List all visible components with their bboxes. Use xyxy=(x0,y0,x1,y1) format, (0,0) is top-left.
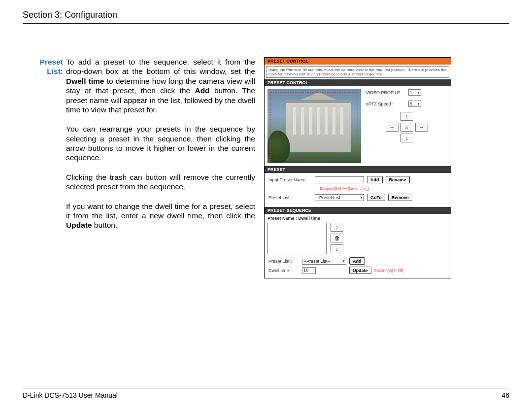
eptz-speed-label: ePTZ Speed : xyxy=(366,102,408,106)
p4b: button. xyxy=(92,221,118,229)
ptz-left-button[interactable]: ← xyxy=(386,123,399,132)
video-profile-label: VIDEO PROFILE : xyxy=(366,90,408,95)
hint-box: Using the Pan and Tilt controls, move th… xyxy=(266,66,449,78)
sequence-move-down-button[interactable]: ↓ xyxy=(331,244,343,253)
p1bold1: Dwell time xyxy=(66,77,104,85)
preset-list-select-label: Preset List : xyxy=(267,195,315,200)
add-preset-button[interactable]: Add xyxy=(367,176,383,183)
update-button[interactable]: Update xyxy=(349,267,371,274)
chevron-down-icon: ▾ xyxy=(418,102,420,106)
sequence-listbox[interactable] xyxy=(267,223,327,254)
paragraph-3: Clicking the trash can button will remov… xyxy=(66,172,255,192)
preset-list-label: Preset List: xyxy=(23,57,66,278)
preset-bar: PRESET xyxy=(265,166,451,173)
description-column: Preset List: To add a preset to the sequ… xyxy=(23,57,255,278)
rename-preset-button[interactable]: Rename xyxy=(386,176,410,183)
paragraph-2: You can rearrange your presets in the se… xyxy=(66,124,255,163)
ptz-up-button[interactable]: ↑ xyxy=(400,112,413,121)
chevron-down-icon: ▾ xyxy=(343,259,345,263)
chevron-down-icon: ▾ xyxy=(361,196,363,200)
orange-title-bar: PRESET CONTROL xyxy=(265,58,451,65)
sequence-add-button[interactable]: Add xyxy=(349,257,365,265)
paragraph-4: If you want to change the dwell time for… xyxy=(66,202,255,230)
ui-screenshot-panel: PRESET CONTROL Using the Pan and Tilt co… xyxy=(264,57,451,278)
chevron-down-icon: ▾ xyxy=(418,91,420,95)
page-number: 46 xyxy=(501,391,509,399)
input-preset-name-label: Input Preset Name : xyxy=(267,177,315,182)
p1bold2: Add xyxy=(195,86,209,95)
dwell-time-input[interactable]: 10 xyxy=(302,267,316,274)
footer-left: D-Link DCS-7513 User Manual xyxy=(23,391,118,399)
preset-name-input[interactable] xyxy=(315,176,364,183)
preset-sequence-bar: PRESET SEQUENCE xyxy=(265,207,451,214)
p4bold: Update xyxy=(66,221,92,229)
video-profile-value: 1 xyxy=(410,90,412,95)
camera-preview xyxy=(267,89,361,163)
sequence-delete-button[interactable]: 🗑 xyxy=(331,234,343,242)
remove-preset-button[interactable]: Remove xyxy=(388,194,412,201)
ptz-home-button[interactable]: ⌂ xyxy=(400,123,413,132)
ptz-right-button[interactable]: → xyxy=(415,123,428,132)
seq-preset-list-select[interactable]: --Preset List-- ▾ xyxy=(302,258,346,265)
ptz-region-frame xyxy=(270,92,358,160)
goto-button[interactable]: GoTo xyxy=(367,194,385,201)
sequence-header-text: Preset Name : Dwell time xyxy=(265,214,451,221)
eptz-speed-value: 5 xyxy=(410,102,412,106)
seq-preset-list-value: --Preset List-- xyxy=(303,259,331,264)
ptz-arrow-pad: ↑ ← ⌂ → ↓ xyxy=(366,112,448,142)
p1a: To add a preset to the sequence, select … xyxy=(66,58,255,75)
dwell-time-label: Dwell time : xyxy=(267,268,302,273)
seconds-hint: Second(s)[3~30] xyxy=(374,268,403,273)
ptz-down-button[interactable]: ↓ xyxy=(400,134,413,142)
paragraph-1: To add a preset to the sequence, select … xyxy=(66,57,255,114)
preset-control-bar: PRESET CONTROL xyxy=(265,79,451,86)
page-footer: D-Link DCS-7513 User Manual 46 xyxy=(23,388,509,399)
seq-preset-list-label: Preset List : xyxy=(267,259,302,264)
eptz-speed-select[interactable]: 5 ▾ xyxy=(408,101,421,107)
support-hint: Support(0~9,A~Z,a~z,-,*,/,_) xyxy=(320,186,369,191)
video-profile-select[interactable]: 1 ▾ xyxy=(408,89,421,96)
section-header: Section 3: Configuration xyxy=(23,10,509,24)
preset-list-value: --Preset List-- xyxy=(316,195,343,200)
p4a: If you want to change the dwell time for… xyxy=(66,202,255,220)
preset-list-select[interactable]: --Preset List-- ▾ xyxy=(315,194,364,201)
sequence-move-up-button[interactable]: ↑ xyxy=(331,223,343,232)
